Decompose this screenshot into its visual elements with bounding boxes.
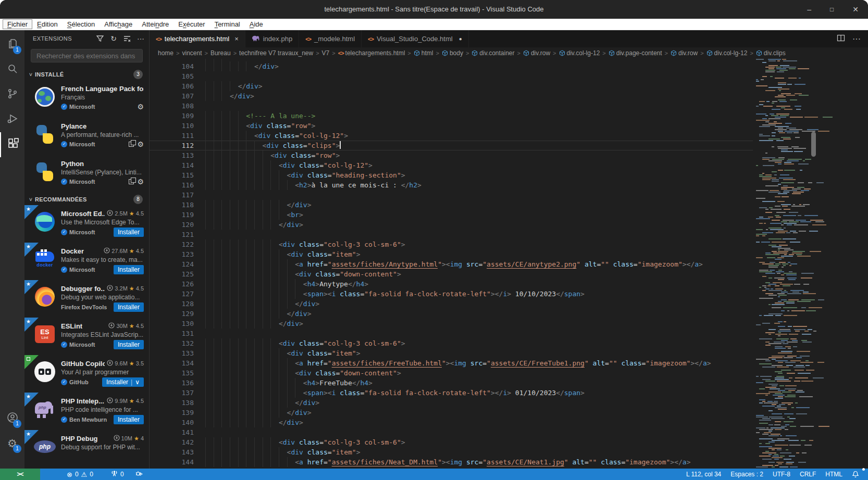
gear-icon[interactable]: ⚙: [137, 103, 144, 111]
maximize-icon[interactable]: □: [830, 6, 834, 13]
sidebar-item-source-control[interactable]: [0, 82, 24, 107]
menu-item-sélection[interactable]: Sélection: [63, 20, 99, 29]
breadcrumb-item-vincent[interactable]: vincent: [182, 49, 202, 57]
extension-item[interactable]: French Language Pack for...Français✓Micr…: [24, 80, 149, 118]
extension-item[interactable]: ★phpPHP Intelep...9.9M★4.5PHP code intel…: [24, 393, 149, 430]
close-icon[interactable]: ×: [234, 35, 239, 43]
breadcrumb-item-V7[interactable]: V7: [322, 49, 330, 57]
account-button[interactable]: 1: [0, 406, 24, 431]
breadcrumb-separator: >: [435, 50, 439, 56]
french-extension-icon: [35, 87, 55, 107]
sidebar-item-explorer[interactable]: 1: [0, 32, 24, 57]
section-header[interactable]: ˅RECOMMANDÉES8: [24, 194, 149, 205]
language-mode[interactable]: HTML: [821, 469, 847, 480]
breadcrumb-item-div.row[interactable]: div.row: [671, 49, 698, 57]
menu-item-fichier[interactable]: Fichier: [3, 20, 32, 29]
publisher-name: Microsoft: [69, 141, 95, 147]
eol-status[interactable]: CRLF: [795, 469, 821, 480]
sidebar-item-run-debug[interactable]: [0, 107, 24, 132]
breadcrumb-item-home[interactable]: home: [158, 49, 173, 57]
breadcrumb-item-body[interactable]: body: [442, 49, 463, 57]
section-header[interactable]: ˅INSTALLÉ3: [24, 69, 149, 80]
tab-telechargements.html[interactable]: <>telechargements.html×: [150, 30, 245, 47]
refresh-icon[interactable]: ↻: [109, 34, 118, 43]
problems-status[interactable]: ⊗ 0 ⚠ 0: [62, 469, 98, 480]
verified-publisher-icon: ✓: [61, 379, 67, 385]
line-number: 107: [150, 91, 205, 101]
sidebar-item-extensions[interactable]: [0, 132, 24, 157]
split-editor-icon[interactable]: [837, 34, 845, 44]
tab-index.php[interactable]: index.php: [245, 30, 299, 47]
extensions-search[interactable]: [31, 49, 143, 62]
window-controls: – □ ✕: [807, 0, 859, 19]
breadcrumb-item-div.clips[interactable]: div.clips: [756, 49, 786, 57]
ports-status[interactable]: 0: [106, 469, 129, 480]
extension-item[interactable]: ★dockerDocker27.6M★4.5Makes it easy to c…: [24, 243, 149, 280]
tab-label: Visual_Studio_Code.html: [377, 35, 453, 43]
install-button[interactable]: Installer: [114, 340, 144, 349]
download-count-icon: [114, 435, 120, 442]
extension-item[interactable]: PythonIntelliSense (Pylance), Linti...✓M…: [24, 155, 149, 193]
extension-item[interactable]: ★phpPHP Debug10M★4Debug support for PHP …: [24, 430, 149, 468]
settings-sync-icon[interactable]: [129, 179, 134, 184]
tab-Visual_Studio_Code.html[interactable]: <>Visual_Studio_Code.html●: [362, 30, 469, 47]
extension-name: Pylance: [61, 122, 86, 130]
debug-status[interactable]: [131, 469, 147, 480]
extension-item[interactable]: PylanceA performant, feature-rich ...✓Mi…: [24, 118, 149, 155]
filter-icon[interactable]: [96, 34, 104, 43]
menu-item-aide[interactable]: Aide: [245, 20, 267, 29]
breadcrumb-item-Bureau[interactable]: Bureau: [210, 49, 231, 57]
rating-star-icon: ★: [134, 435, 139, 442]
menu-item-edition[interactable]: Edition: [33, 20, 62, 29]
encoding-status[interactable]: UTF-8: [768, 469, 795, 480]
extension-item[interactable]: ★Debugger fo...3.2M★4.5Debug your web ap…: [24, 280, 149, 318]
install-button[interactable]: Installer: [114, 415, 144, 424]
code-editor[interactable]: 103 <!-- Search End -->104 </div>105106 …: [150, 59, 868, 469]
breadcrumb-item-div.col-lg-12[interactable]: div.col-lg-12: [706, 49, 748, 57]
breadcrumb-item-telechargements.html[interactable]: <>telechargements.html: [338, 49, 405, 57]
extension-item[interactable]: ★Microsoft Ed...2.5M★4.5Use the Microsof…: [24, 205, 149, 243]
breadcrumb-item-div.col-lg-12[interactable]: div.col-lg-12: [559, 49, 600, 57]
clear-extensions-icon[interactable]: [123, 34, 131, 43]
editor-more-icon[interactable]: ···: [852, 34, 861, 44]
close-icon[interactable]: ✕: [852, 5, 859, 14]
breadcrumb-item-div.page-content[interactable]: div.page-content: [609, 49, 662, 57]
menu-item-affichage[interactable]: Affichage: [100, 20, 137, 29]
download-count-icon: [107, 360, 113, 367]
sidebar-item-search[interactable]: [0, 57, 24, 82]
install-button[interactable]: Installer|∨: [102, 377, 144, 387]
search-input[interactable]: [35, 52, 138, 60]
settings-sync-icon[interactable]: [129, 142, 134, 147]
breadcrumb-item-html[interactable]: html: [414, 49, 433, 57]
intelephense-extension-icon: php: [34, 400, 55, 418]
cursor-position[interactable]: L 112, col 34: [681, 469, 726, 480]
breadcrumb-item-div.container[interactable]: div.container: [472, 49, 514, 57]
remote-indicator[interactable]: ><: [0, 469, 40, 480]
indentation-status[interactable]: Espaces : 2: [726, 469, 768, 480]
publisher-name: Microsoft: [69, 179, 95, 185]
menu-item-atteindre[interactable]: Atteindre: [138, 20, 173, 29]
publisher-name: Microsoft: [69, 267, 95, 273]
install-button[interactable]: Installer: [114, 302, 144, 312]
extension-item[interactable]: ★ESLintESLint30M★4.5Integrates ESLint Ja…: [24, 318, 149, 355]
extension-stats: 9.9M★4.5: [105, 397, 144, 405]
extension-item[interactable]: GitHub Copilot9.6M★3.5Your AI pair progr…: [24, 355, 149, 393]
settings-button[interactable]: ⚙ 1: [0, 431, 24, 456]
menu-item-terminal[interactable]: Terminal: [210, 20, 244, 29]
scrollbar-thumb[interactable]: [811, 132, 816, 157]
install-button[interactable]: Installer: [114, 228, 144, 237]
tab-_modele.html[interactable]: <>_modele.html: [299, 30, 362, 47]
gear-icon[interactable]: ⚙: [137, 140, 144, 148]
line-number: 105: [150, 71, 205, 81]
minimap[interactable]: [753, 59, 868, 469]
gear-icon[interactable]: ⚙: [137, 178, 144, 186]
breadcrumb-separator: >: [602, 50, 606, 56]
menu-item-exécuter[interactable]: Exécuter: [174, 20, 209, 29]
more-actions-icon[interactable]: ···: [137, 34, 145, 43]
breadcrumb-item-technifree V7 travaux_new[interactable]: technifree V7 travaux_new: [239, 49, 313, 57]
rating-star-icon: ★: [129, 398, 134, 405]
install-button[interactable]: Installer: [114, 265, 144, 274]
notifications-bell[interactable]: [847, 469, 864, 480]
minimize-icon[interactable]: –: [807, 5, 811, 14]
breadcrumb-item-div.row[interactable]: div.row: [523, 49, 550, 57]
